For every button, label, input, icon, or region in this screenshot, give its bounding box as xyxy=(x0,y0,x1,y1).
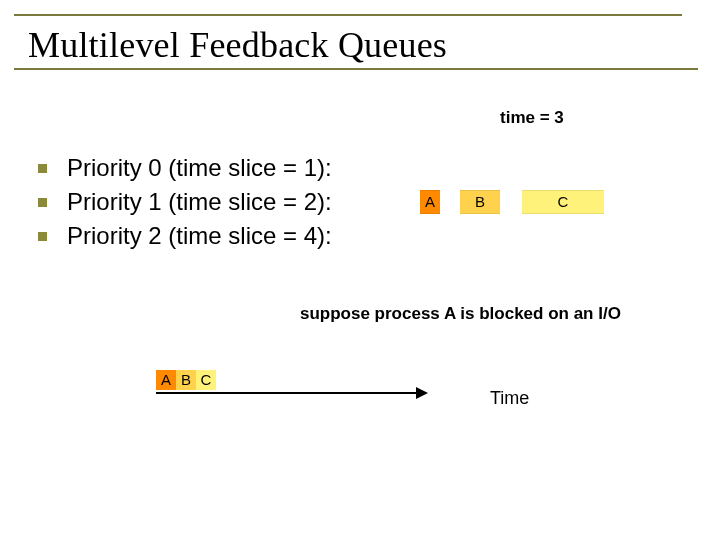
queue-box-c: C xyxy=(522,190,604,214)
bullet-icon xyxy=(38,232,47,241)
queue-box-b: B xyxy=(460,190,500,214)
list-item: Priority 0 (time slice = 1): xyxy=(38,154,438,182)
bullet-icon xyxy=(38,164,47,173)
slide: Multilevel Feedback Queues time = 3 Prio… xyxy=(0,0,720,540)
priority-0-text: Priority 0 (time slice = 1): xyxy=(67,154,332,182)
time-indicator: time = 3 xyxy=(500,108,564,128)
slide-title: Multilevel Feedback Queues xyxy=(28,24,692,66)
title-rule-bottom xyxy=(14,68,698,70)
priority-list: Priority 0 (time slice = 1): Priority 1 … xyxy=(38,148,438,256)
list-item: Priority 1 (time slice = 2): xyxy=(38,188,438,216)
title-rule-top xyxy=(14,14,682,16)
io-block-note: suppose process A is blocked on an I/O xyxy=(300,304,621,324)
priority-2-text: Priority 2 (time slice = 4): xyxy=(67,222,332,250)
timeline-boxes: A B C xyxy=(156,370,436,390)
list-item: Priority 2 (time slice = 4): xyxy=(38,222,438,250)
bullet-icon xyxy=(38,198,47,207)
timeline-box-c: C xyxy=(196,370,216,390)
priority-1-text: Priority 1 (time slice = 2): xyxy=(67,188,332,216)
timeline-box-b: B xyxy=(176,370,196,390)
time-axis-label: Time xyxy=(490,388,529,409)
queue-priority-1: A B C xyxy=(420,190,604,214)
timeline: A B C xyxy=(156,370,436,394)
timeline-axis xyxy=(156,392,418,394)
queue-box-a: A xyxy=(420,190,440,214)
arrow-right-icon xyxy=(416,387,428,399)
timeline-box-a: A xyxy=(156,370,176,390)
